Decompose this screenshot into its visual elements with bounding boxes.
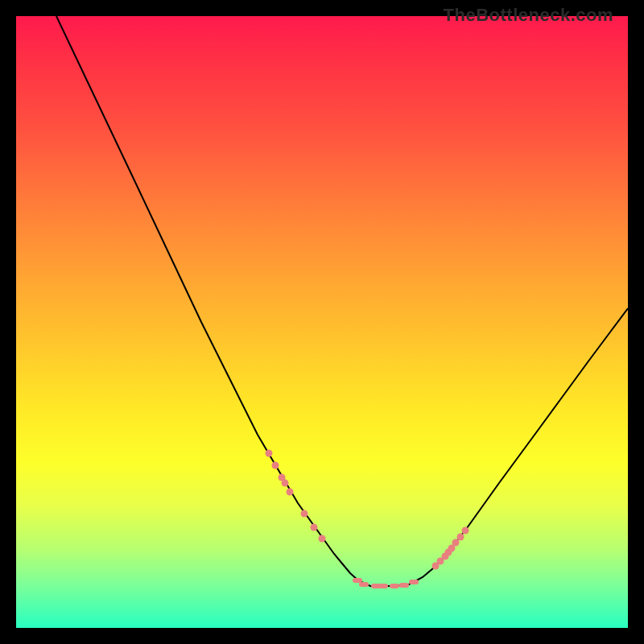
curve-marker	[282, 480, 289, 487]
curve-marker	[287, 489, 294, 496]
curve-marker	[452, 539, 460, 547]
markers-right-cluster	[432, 527, 469, 570]
bottleneck-curve	[56, 16, 628, 586]
plot-area	[16, 16, 628, 628]
curve-marker	[462, 527, 469, 535]
curve-marker	[390, 584, 399, 588]
watermark-text: TheBottleneck.com	[0, 5, 644, 26]
curve-marker	[399, 583, 409, 588]
curve-marker	[319, 535, 326, 543]
markers-bottom-cluster	[353, 578, 419, 588]
curve-marker	[359, 582, 369, 587]
markers-left-cluster	[266, 450, 326, 543]
curve-marker	[409, 580, 419, 584]
curve-marker	[457, 534, 464, 541]
chart-container: TheBottleneck.com	[0, 0, 644, 644]
curve-marker	[272, 462, 279, 469]
curve-marker	[378, 584, 388, 588]
curve-marker	[266, 450, 273, 457]
curve-marker	[301, 510, 308, 518]
curve-marker	[353, 578, 362, 583]
curve-marker	[311, 524, 318, 531]
curve-layer	[16, 16, 628, 628]
